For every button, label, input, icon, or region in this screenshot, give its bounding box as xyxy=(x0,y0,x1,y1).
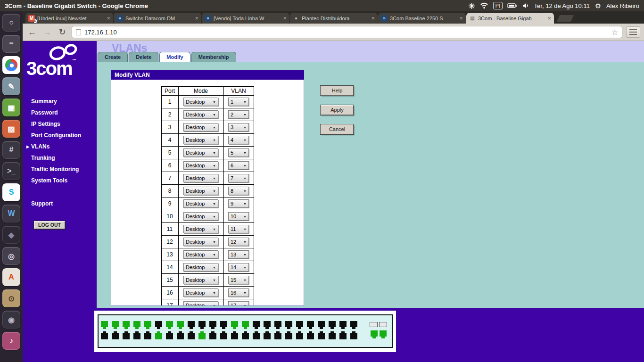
vlan-select[interactable]: 11▼ xyxy=(228,225,249,233)
mode-select[interactable]: Desktop▼ xyxy=(183,250,218,259)
mode-select[interactable]: Desktop▼ xyxy=(183,98,218,106)
port-icon[interactable] xyxy=(350,333,357,339)
port-icon[interactable] xyxy=(231,333,238,339)
launcher-icon-chrome[interactable] xyxy=(2,56,20,74)
port-icon[interactable] xyxy=(264,321,271,327)
apply-button[interactable]: Apply xyxy=(321,105,354,115)
port-icon[interactable] xyxy=(112,333,119,339)
vlan-tab-membership[interactable]: Membership xyxy=(191,52,236,62)
session-username[interactable]: Alex Ribeiro xyxy=(606,2,639,9)
vlan-select[interactable]: 1▼ xyxy=(228,98,249,106)
port-icon[interactable] xyxy=(274,333,281,339)
mode-select[interactable]: Desktop▼ xyxy=(183,225,218,233)
launcher-icon-ubuntu-dash[interactable]: ○ xyxy=(2,14,20,32)
launcher-icon-printer[interactable]: ≡ xyxy=(2,35,20,53)
sidebar-item-traffic-monitoring[interactable]: Traffic Monitoring xyxy=(23,164,97,175)
launcher-icon-libreoffice-impress[interactable]: ▨ xyxy=(2,120,20,138)
sfp-port-icon[interactable] xyxy=(380,330,387,337)
sidebar-item-port-configuration[interactable]: Port Configuration xyxy=(23,130,97,141)
vlan-select[interactable]: 12▼ xyxy=(228,238,249,246)
sfp-port-icon[interactable] xyxy=(371,330,378,337)
tab-close-icon[interactable]: × xyxy=(195,15,198,21)
vlan-select[interactable]: 16▼ xyxy=(228,288,249,297)
port-icon[interactable] xyxy=(209,321,216,327)
sidebar-item-password[interactable]: Password xyxy=(23,107,97,118)
port-icon[interactable] xyxy=(188,333,195,339)
tab-close-icon[interactable]: × xyxy=(547,15,551,21)
port-icon[interactable] xyxy=(155,321,162,327)
mode-select[interactable]: Desktop▼ xyxy=(183,187,218,195)
port-icon[interactable] xyxy=(307,321,314,327)
tab-close-icon[interactable]: × xyxy=(107,15,110,21)
vlan-tab-delete[interactable]: Delete xyxy=(129,52,158,62)
volume-icon[interactable] xyxy=(522,2,529,9)
vlan-select[interactable]: 9▼ xyxy=(228,199,249,208)
launcher-icon-media-player[interactable]: ◆ xyxy=(2,226,20,244)
port-icon-active[interactable] xyxy=(242,321,249,327)
vlan-select[interactable]: 10▼ xyxy=(228,212,249,221)
vlan-tab-create[interactable]: Create xyxy=(98,52,128,62)
help-button[interactable]: Help xyxy=(321,86,354,96)
port-icon-active[interactable] xyxy=(112,321,119,327)
port-icon[interactable] xyxy=(274,321,281,327)
port-icon-active[interactable] xyxy=(177,321,184,327)
port-icon[interactable] xyxy=(188,321,195,327)
mode-select[interactable]: Desktop▼ xyxy=(183,276,218,284)
mode-select[interactable]: Desktop▼ xyxy=(183,288,218,297)
logout-button[interactable]: LOG OUT xyxy=(34,221,65,229)
port-icon-active[interactable] xyxy=(166,321,173,327)
vlan-select[interactable]: 7▼ xyxy=(228,174,249,182)
port-icon-active[interactable] xyxy=(123,321,130,327)
sidebar-item-system-tools[interactable]: System Tools xyxy=(23,175,97,186)
port-icon-active[interactable] xyxy=(198,333,206,339)
browser-tab[interactable]: M6[UnderLinux] Newslet× xyxy=(25,13,113,24)
mode-select[interactable]: Desktop▼ xyxy=(183,263,218,272)
launcher-icon-software-center[interactable]: A xyxy=(2,268,20,286)
session-gear-icon[interactable] xyxy=(594,2,602,9)
new-tab-button[interactable] xyxy=(557,15,574,22)
port-icon[interactable] xyxy=(318,321,325,327)
tab-close-icon[interactable]: × xyxy=(459,15,463,21)
browser-tab[interactable]: »[Vendo] Toda Linha W× xyxy=(202,13,289,24)
mode-select[interactable]: Desktop▼ xyxy=(183,174,218,182)
launcher-icon-wine-app[interactable]: W xyxy=(2,205,20,222)
bookmark-star-icon[interactable]: ☆ xyxy=(611,28,618,37)
port-icon[interactable] xyxy=(123,333,130,339)
port-icon[interactable] xyxy=(307,333,314,339)
sync-indicator-icon[interactable] xyxy=(468,2,475,9)
port-icon[interactable] xyxy=(253,321,260,327)
port-icon-active[interactable] xyxy=(144,321,151,327)
wifi-icon[interactable] xyxy=(480,2,488,9)
port-icon[interactable] xyxy=(220,321,227,327)
chrome-menu-button[interactable] xyxy=(626,26,640,38)
launcher-icon-file-search[interactable]: ⊙ xyxy=(2,289,20,307)
mode-select[interactable]: Desktop▼ xyxy=(183,148,218,157)
battery-icon[interactable] xyxy=(507,2,517,9)
port-icon-active[interactable] xyxy=(133,321,140,327)
port-icon-active[interactable] xyxy=(231,321,238,327)
mode-select[interactable]: Desktop▼ xyxy=(183,136,218,144)
port-icon[interactable] xyxy=(144,333,151,339)
sidebar-item-vlans[interactable]: ▶VLANs xyxy=(23,141,97,152)
keyboard-layout-indicator[interactable]: Pt xyxy=(493,2,503,9)
browser-tab[interactable]: ▤3Com - Baseline Gigab× xyxy=(466,13,554,24)
sidebar-item-support[interactable]: Support xyxy=(31,200,53,207)
clock[interactable]: Ter, 12 de Ago 10:11 xyxy=(534,2,590,9)
vlan-select[interactable]: 14▼ xyxy=(228,263,249,272)
sidebar-item-trunking[interactable]: Trunking xyxy=(23,152,97,164)
port-icon[interactable] xyxy=(133,333,140,339)
vlan-select[interactable]: 3▼ xyxy=(228,123,249,132)
reload-button[interactable]: ↻ xyxy=(57,26,68,38)
launcher-icon-screenshot-tool[interactable]: ◎ xyxy=(2,247,20,265)
launcher-icon-text-editor[interactable]: ✎ xyxy=(2,77,20,95)
mode-select[interactable]: Desktop▼ xyxy=(183,212,218,221)
vlan-tab-modify[interactable]: Modify xyxy=(159,52,190,62)
port-icon[interactable] xyxy=(264,333,271,339)
port-icon[interactable] xyxy=(166,333,173,339)
mode-select[interactable]: Desktop▼ xyxy=(183,199,218,208)
port-icon[interactable] xyxy=(329,321,336,327)
launcher-icon-terminal[interactable]: >_ xyxy=(2,162,20,180)
vlan-select[interactable]: 2▼ xyxy=(228,110,249,119)
vlan-select[interactable]: 17▼ xyxy=(228,301,249,306)
url-text[interactable]: 172.16.1.10 xyxy=(84,29,608,36)
